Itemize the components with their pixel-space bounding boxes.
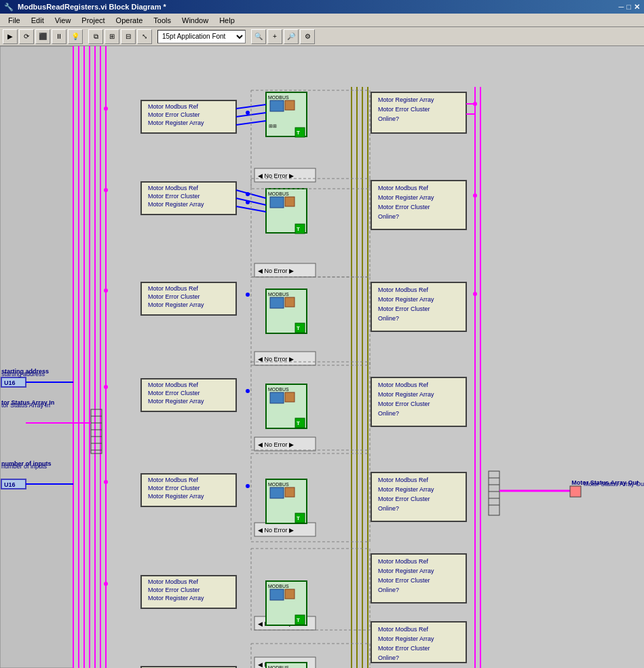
- diagram-svg: ◀ No Error ▶ Motor Modbus Ref Motor Erro…: [0, 46, 644, 668]
- svg-text:MODBUS: MODBUS: [268, 387, 289, 392]
- align-btn[interactable]: ⊞: [105, 29, 119, 44]
- svg-text:Motor Register Array: Motor Register Array: [378, 486, 434, 493]
- svg-text:MODBUS: MODBUS: [268, 191, 289, 196]
- svg-text:Motor Register Array: Motor Register Array: [378, 296, 434, 303]
- svg-point-162: [104, 582, 108, 586]
- menu-help[interactable]: Help: [214, 15, 240, 26]
- title-bar: 🔧 ModbusReadRegisters.vi Block Diagram *…: [0, 0, 644, 14]
- svg-text:Online?: Online?: [378, 410, 399, 417]
- svg-text:MODBUS: MODBUS: [268, 584, 289, 589]
- svg-point-189: [473, 292, 477, 296]
- pause-btn[interactable]: ⏸: [52, 29, 67, 44]
- svg-text:Motor Register Array: Motor Register Array: [378, 391, 434, 398]
- svg-text:T: T: [297, 325, 300, 331]
- svg-text:Motor Modbus Ref: Motor Modbus Ref: [378, 382, 429, 388]
- menu-edit[interactable]: Edit: [26, 15, 50, 26]
- svg-text:T: T: [297, 420, 300, 426]
- svg-text:Motor Error Cluster: Motor Error Cluster: [148, 485, 200, 491]
- svg-rect-43: [285, 197, 295, 206]
- window-title: ModbusReadRegisters.vi Block Diagram *: [18, 3, 166, 11]
- svg-text:Motor Modbus Ref: Motor Modbus Ref: [378, 558, 429, 565]
- maximize-btn[interactable]: □: [626, 3, 631, 12]
- svg-text:Motor Error Cluster: Motor Error Cluster: [378, 106, 430, 113]
- svg-rect-42: [270, 197, 284, 208]
- svg-text:Motor Error Cluster: Motor Error Cluster: [148, 390, 200, 396]
- menu-operate[interactable]: Operate: [111, 15, 149, 26]
- svg-rect-0: [0, 46, 644, 668]
- menu-window[interactable]: Window: [176, 15, 214, 26]
- svg-text:Motor Error Cluster: Motor Error Cluster: [148, 587, 200, 593]
- svg-text:Motor Error Cluster: Motor Error Cluster: [378, 401, 430, 407]
- svg-text:Motor Register Array: Motor Register Array: [378, 635, 434, 642]
- svg-text:T: T: [297, 617, 300, 623]
- svg-point-157: [104, 107, 108, 111]
- svg-text:Online?: Online?: [378, 587, 399, 593]
- menu-bar: File Edit View Project Operate Tools Win…: [0, 14, 644, 27]
- abort-btn[interactable]: ⬛: [35, 29, 50, 44]
- svg-text:Motor Error Cluster: Motor Error Cluster: [378, 577, 430, 584]
- svg-text:Motor Register Array: Motor Register Array: [378, 96, 434, 103]
- svg-text:Motor Register Array: Motor Register Array: [148, 301, 204, 308]
- menu-view[interactable]: View: [50, 15, 77, 26]
- svg-point-69: [246, 293, 250, 297]
- svg-text:Motor Error Cluster: Motor Error Cluster: [378, 204, 430, 210]
- search-btn[interactable]: 🔎: [284, 29, 299, 44]
- svg-text:T: T: [297, 515, 300, 521]
- svg-text:◀ No Error ▶: ◀ No Error ▶: [258, 527, 294, 534]
- font-selector[interactable]: 15pt Application Font: [157, 30, 246, 43]
- svg-text:⊞⊞: ⊞⊞: [269, 124, 277, 128]
- svg-text:Online?: Online?: [378, 213, 399, 220]
- svg-rect-115: [285, 589, 295, 599]
- svg-point-161: [104, 480, 108, 484]
- svg-point-32: [246, 111, 250, 115]
- svg-text:U16: U16: [4, 481, 16, 488]
- svg-text:Motor Modbus Ref: Motor Modbus Ref: [378, 286, 429, 293]
- toolbar: ▶ ⟳ ⬛ ⏸ 💡 ⧉ ⊞ ⊟ ⤡ 15pt Application Font …: [0, 27, 644, 46]
- svg-rect-96: [270, 487, 284, 498]
- svg-rect-1: [0, 46, 73, 668]
- svg-text:Motor Modbus Ref: Motor Modbus Ref: [148, 103, 199, 110]
- svg-point-87: [246, 389, 250, 393]
- svg-text:Motor Modbus Ref: Motor Modbus Ref: [148, 477, 199, 483]
- svg-text:Motor Modbus Ref: Motor Modbus Ref: [148, 382, 199, 388]
- resize-btn[interactable]: ⤡: [137, 29, 152, 44]
- svg-text:◀ No Error ▶: ◀ No Error ▶: [258, 441, 294, 448]
- svg-text:Online?: Online?: [378, 115, 399, 122]
- svg-text:Motor Error Cluster: Motor Error Cluster: [148, 111, 200, 118]
- light-btn[interactable]: 💡: [68, 29, 83, 44]
- svg-text:Motor Register Array: Motor Register Array: [148, 493, 204, 500]
- svg-text:Online?: Online?: [378, 654, 399, 661]
- svg-text:MODBUS: MODBUS: [268, 95, 289, 100]
- menu-file[interactable]: File: [3, 15, 26, 26]
- menu-tools[interactable]: Tools: [148, 15, 176, 26]
- zoom-btn[interactable]: 🔍: [251, 29, 266, 44]
- motor-status-in-label: tor Status Array In: [1, 399, 54, 406]
- svg-text:Motor Error Cluster: Motor Error Cluster: [148, 193, 200, 200]
- svg-text:Motor Modbus Ref: Motor Modbus Ref: [148, 578, 199, 585]
- run-btn[interactable]: ▶: [3, 29, 18, 44]
- zoom-in-btn[interactable]: +: [267, 29, 282, 44]
- svg-text:T: T: [297, 226, 300, 232]
- canvas-area: ◀ No Error ▶ Motor Modbus Ref Motor Erro…: [0, 46, 644, 668]
- svg-text:Motor Modbus Ref: Motor Modbus Ref: [378, 477, 429, 483]
- svg-text:T: T: [297, 130, 300, 136]
- svg-rect-79: [285, 392, 295, 402]
- number-of-inputs-label: number of inputs: [1, 460, 52, 467]
- svg-point-187: [473, 102, 477, 106]
- reorder-btn[interactable]: ⧉: [88, 29, 103, 44]
- svg-rect-97: [285, 487, 295, 497]
- svg-text:Motor Error Cluster: Motor Error Cluster: [148, 293, 200, 300]
- svg-text:Motor Register Array: Motor Register Array: [148, 119, 204, 126]
- close-btn[interactable]: ✕: [634, 3, 640, 12]
- run-cont-btn[interactable]: ⟳: [19, 29, 34, 44]
- extra-btn[interactable]: ⚙: [300, 29, 315, 44]
- svg-text:Motor Register Array: Motor Register Array: [148, 398, 204, 405]
- svg-text:Motor Error Cluster: Motor Error Cluster: [378, 305, 430, 312]
- menu-project[interactable]: Project: [76, 15, 110, 26]
- minimize-btn[interactable]: ─: [619, 3, 624, 12]
- svg-rect-78: [270, 392, 284, 403]
- svg-point-160: [104, 385, 108, 389]
- distribute-btn[interactable]: ⊟: [121, 29, 136, 44]
- svg-text:Motor Modbus Ref: Motor Modbus Ref: [378, 626, 429, 633]
- svg-text:Motor Register Array: Motor Register Array: [378, 194, 434, 201]
